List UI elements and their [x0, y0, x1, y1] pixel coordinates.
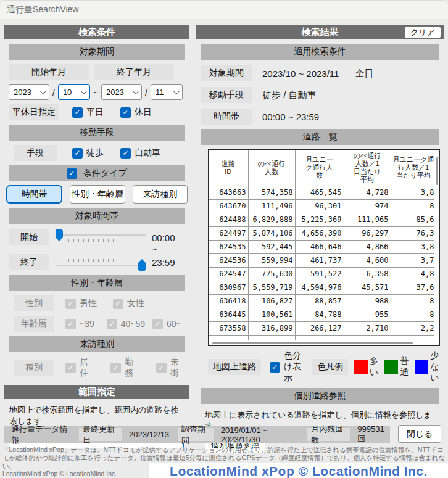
road-table-cell: 316,899	[248, 321, 295, 335]
age-40-59-label: 40~59	[121, 319, 145, 329]
monthly-remaining-label: 月内残回数	[307, 428, 350, 441]
target-period-subheader: 対象期間	[9, 44, 185, 60]
applied-period-label: 対象期間	[201, 65, 252, 81]
transport-means-label: 手段	[14, 145, 57, 161]
road-table-row[interactable]: 636445100,56184,7889558	[209, 308, 434, 321]
chevron-down-icon	[81, 88, 87, 94]
checkbox-checked-icon: ✓	[67, 168, 77, 179]
road-list-table-scrollarea[interactable]: 道路 IDのべ通行 人数月ユニー ク通行人 数のべ通行 人数／1 日当たり 平均…	[209, 150, 434, 345]
legend-blue-swatch	[415, 360, 428, 374]
road-table-cell: 111,965	[344, 213, 391, 226]
walk-option-label: 徒歩	[86, 147, 104, 159]
road-table-cell: 624497	[209, 226, 248, 240]
weekday-option-label: 平日	[86, 107, 104, 118]
road-table-cell: 643670	[209, 199, 248, 213]
last-updated-value: 2023/12/13	[129, 430, 169, 439]
road-table-row[interactable]: 636418106,82788,8579888	[209, 294, 434, 308]
road-table-cell: 624488	[209, 213, 248, 226]
applied-timeband-value: 00:00 ~ 23:59	[262, 112, 319, 122]
road-table-row[interactable]: 6244886,829,8885,225,369111,96585,6	[209, 213, 434, 226]
road-table-row[interactable]: 6244975,874,1064,656,39096,29776,3	[209, 226, 434, 240]
legend-item-low: 少ない	[415, 350, 439, 384]
time-band-button[interactable]: 時間帯	[6, 185, 62, 204]
road-table-column-header[interactable]: 月ユニー ク通行人 数	[295, 150, 344, 186]
end-time-value: 23:59	[152, 257, 185, 268]
road-table-row[interactable]: 624535592,445466,6464,8663,8	[209, 240, 434, 253]
color-display-checkbox[interactable]: ✓ 色分け表示	[270, 350, 304, 384]
legend-item-high: 多い	[354, 356, 378, 378]
weekday-holiday-label: 平休日指定	[9, 104, 59, 120]
horizontal-scrollbar[interactable]	[209, 340, 434, 345]
vertical-scrollbar[interactable]	[434, 150, 439, 345]
survey-period-label: 調査期間	[178, 428, 214, 441]
road-table-row[interactable]: 643663574,358465,5454,7283,8	[209, 186, 434, 199]
survey-period-value: 2019/01/01 ~ 2023/11/30	[221, 426, 299, 444]
road-table-cell: 111,496	[248, 199, 295, 213]
start-month-value: 10	[63, 88, 72, 97]
end-month-select[interactable]: 11	[151, 84, 183, 100]
window-titlebar[interactable]: 通行量SearchView	[0, 1, 448, 19]
map-road-label: 地図上道路	[208, 359, 261, 375]
road-table-cell	[344, 335, 391, 340]
gender-label: 性別	[14, 295, 54, 311]
condition-type-checkbox[interactable]: ✓	[67, 168, 77, 179]
checkbox-checked-disabled-icon: ✓	[107, 319, 117, 329]
road-table-cell: 85,6	[391, 213, 434, 226]
road-table-row[interactable]: 624536559,994461,7374,6003,7	[209, 253, 434, 267]
road-table-cell: 4,728	[344, 186, 391, 199]
visit-type-button[interactable]: 来訪種別	[133, 185, 188, 204]
walk-checkbox[interactable]: ✓ 徒歩	[72, 147, 104, 159]
end-year-value: 2023	[106, 88, 124, 97]
search-results-header: 検索結果 クリア	[196, 25, 444, 39]
start-month-select[interactable]: 10	[58, 84, 90, 100]
age-group-label: 年齢層	[14, 316, 54, 332]
checkbox-checked-icon: ✓	[270, 362, 280, 373]
road-table-cell: 3,8	[391, 240, 434, 253]
road-table-cell: 84,788	[295, 308, 344, 321]
road-table-cell: 5,559,719	[248, 281, 295, 294]
road-table-cell: 636418	[209, 294, 248, 308]
start-year-select[interactable]: 2023	[9, 84, 49, 100]
car-checkbox[interactable]: ✓ 自動車	[120, 147, 160, 159]
road-table-partial-row	[209, 335, 434, 340]
horizontal-scrollbar-thumb[interactable]	[212, 342, 413, 344]
road-table-cell: 5,225,369	[295, 213, 344, 226]
road-table-cell: 974	[344, 199, 391, 213]
legend-low-label: 少ない	[430, 350, 439, 384]
clear-button[interactable]: クリア	[404, 27, 441, 38]
vertical-scrollbar-thumb[interactable]	[436, 157, 438, 185]
road-table-cell: 4,600	[344, 253, 391, 267]
close-button[interactable]: 閉じる	[398, 425, 441, 443]
road-table-cell: 8	[391, 199, 434, 213]
road-table-cell: 624535	[209, 240, 248, 253]
gender-age-button[interactable]: 性別・年齢層	[70, 185, 125, 204]
weekday-checkbox[interactable]: ✓ 平日	[72, 107, 104, 118]
legend-high-label: 多い	[370, 356, 378, 378]
road-table-row[interactable]: 6309675,559,7194,594,97645,57137,6	[209, 281, 434, 294]
search-results-title: 検索結果	[302, 27, 339, 38]
table-header-row: 道路 IDのべ通行 人数月ユニー ク通行人 数のべ通行 人数／1 日当たり 平均…	[209, 150, 434, 186]
visit-type-title: 来訪種別	[80, 339, 114, 350]
road-table-column-header[interactable]: のべ通行 人数／1 日当たり 平均	[344, 150, 391, 186]
legend-item-normal: 普通	[384, 356, 409, 378]
monthly-remaining-value: 999531 回	[357, 424, 390, 445]
road-list-subheader: 道路一覧	[201, 129, 439, 145]
road-table-column-header[interactable]: のべ通行 人数	[248, 150, 295, 186]
male-checkbox-disabled: ✓ 男性	[65, 298, 97, 309]
end-time-slider[interactable]	[56, 253, 146, 271]
search-conditions-title: 検索条件	[78, 27, 115, 38]
end-year-select[interactable]: 2023	[101, 84, 142, 100]
road-table-row[interactable]: 643670111,49696,3019748	[209, 199, 434, 213]
road-table-column-header[interactable]: 月ユニーク通 行人数／1 当たり平均	[391, 150, 434, 186]
road-table-row[interactable]: 673558316,899266,1272,7102,2	[209, 321, 434, 335]
start-time-slider[interactable]	[56, 229, 146, 246]
search-results-panel: 検索結果 クリア 適用検索条件 対象期間 2023/10 ~ 2023/11 全…	[196, 19, 444, 453]
road-table-row[interactable]: 624547775,630591,5226,3584,8	[209, 267, 434, 281]
road-table-cell: 592,445	[248, 240, 295, 253]
window-title: 通行量SearchView	[7, 4, 78, 15]
start-time-label: 開始	[9, 229, 49, 245]
road-table-cell: 574,358	[248, 186, 295, 199]
road-table-column-header[interactable]: 道路 ID	[209, 150, 248, 186]
holiday-checkbox[interactable]: ✓ 休日	[120, 107, 152, 118]
road-list-table: 道路 IDのべ通行 人数月ユニー ク通行人 数のべ通行 人数／1 日当たり 平均…	[209, 150, 434, 340]
